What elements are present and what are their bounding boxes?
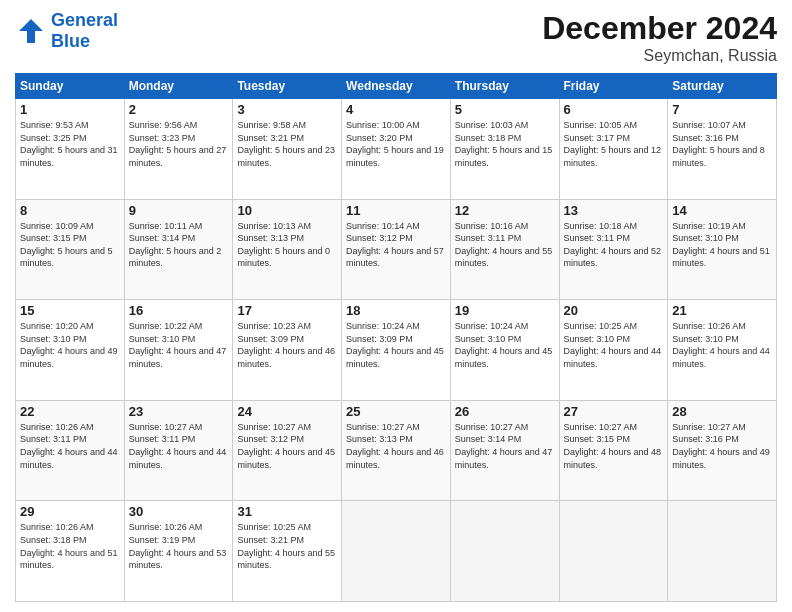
day-detail: Sunrise: 10:27 AMSunset: 3:14 PMDaylight…: [455, 421, 555, 471]
day-number: 15: [20, 303, 120, 318]
table-row: 24Sunrise: 10:27 AMSunset: 3:12 PMDaylig…: [233, 400, 342, 501]
col-sunday: Sunday: [16, 74, 125, 99]
calendar-week-row: 29Sunrise: 10:26 AMSunset: 3:18 PMDaylig…: [16, 501, 777, 602]
table-row: 9Sunrise: 10:11 AMSunset: 3:14 PMDayligh…: [124, 199, 233, 300]
table-row: 6Sunrise: 10:05 AMSunset: 3:17 PMDayligh…: [559, 99, 668, 200]
calendar-title: December 2024: [542, 10, 777, 47]
table-row: 13Sunrise: 10:18 AMSunset: 3:11 PMDaylig…: [559, 199, 668, 300]
table-row: 28Sunrise: 10:27 AMSunset: 3:16 PMDaylig…: [668, 400, 777, 501]
day-number: 20: [564, 303, 664, 318]
day-number: 8: [20, 203, 120, 218]
table-row: 12Sunrise: 10:16 AMSunset: 3:11 PMDaylig…: [450, 199, 559, 300]
table-row: 22Sunrise: 10:26 AMSunset: 3:11 PMDaylig…: [16, 400, 125, 501]
day-detail: Sunrise: 9:53 AMSunset: 3:25 PMDaylight:…: [20, 119, 120, 169]
day-number: 7: [672, 102, 772, 117]
day-number: 13: [564, 203, 664, 218]
day-detail: Sunrise: 9:58 AMSunset: 3:21 PMDaylight:…: [237, 119, 337, 169]
day-detail: Sunrise: 10:27 AMSunset: 3:12 PMDaylight…: [237, 421, 337, 471]
day-number: 24: [237, 404, 337, 419]
day-number: 18: [346, 303, 446, 318]
day-detail: Sunrise: 10:09 AMSunset: 3:15 PMDaylight…: [20, 220, 120, 270]
day-number: 27: [564, 404, 664, 419]
day-detail: Sunrise: 10:27 AMSunset: 3:16 PMDaylight…: [672, 421, 772, 471]
day-detail: Sunrise: 10:26 AMSunset: 3:11 PMDaylight…: [20, 421, 120, 471]
calendar-week-row: 1Sunrise: 9:53 AMSunset: 3:25 PMDaylight…: [16, 99, 777, 200]
day-detail: Sunrise: 10:00 AMSunset: 3:20 PMDaylight…: [346, 119, 446, 169]
svg-marker-0: [19, 19, 43, 43]
day-number: 21: [672, 303, 772, 318]
table-row: 30Sunrise: 10:26 AMSunset: 3:19 PMDaylig…: [124, 501, 233, 602]
table-row: 31Sunrise: 10:25 AMSunset: 3:21 PMDaylig…: [233, 501, 342, 602]
day-detail: Sunrise: 9:56 AMSunset: 3:23 PMDaylight:…: [129, 119, 229, 169]
logo-text-block: General Blue: [51, 10, 118, 52]
day-detail: Sunrise: 10:19 AMSunset: 3:10 PMDaylight…: [672, 220, 772, 270]
day-number: 14: [672, 203, 772, 218]
table-row: 26Sunrise: 10:27 AMSunset: 3:14 PMDaylig…: [450, 400, 559, 501]
header: General Blue December 2024 Seymchan, Rus…: [15, 10, 777, 65]
day-number: 10: [237, 203, 337, 218]
table-row: 14Sunrise: 10:19 AMSunset: 3:10 PMDaylig…: [668, 199, 777, 300]
day-detail: Sunrise: 10:14 AMSunset: 3:12 PMDaylight…: [346, 220, 446, 270]
col-saturday: Saturday: [668, 74, 777, 99]
table-row: 23Sunrise: 10:27 AMSunset: 3:11 PMDaylig…: [124, 400, 233, 501]
day-number: 23: [129, 404, 229, 419]
day-detail: Sunrise: 10:27 AMSunset: 3:15 PMDaylight…: [564, 421, 664, 471]
table-row: [668, 501, 777, 602]
day-detail: Sunrise: 10:26 AMSunset: 3:18 PMDaylight…: [20, 521, 120, 571]
day-detail: Sunrise: 10:22 AMSunset: 3:10 PMDaylight…: [129, 320, 229, 370]
day-detail: Sunrise: 10:11 AMSunset: 3:14 PMDaylight…: [129, 220, 229, 270]
day-detail: Sunrise: 10:20 AMSunset: 3:10 PMDaylight…: [20, 320, 120, 370]
day-number: 31: [237, 504, 337, 519]
table-row: 16Sunrise: 10:22 AMSunset: 3:10 PMDaylig…: [124, 300, 233, 401]
day-number: 6: [564, 102, 664, 117]
day-detail: Sunrise: 10:24 AMSunset: 3:09 PMDaylight…: [346, 320, 446, 370]
table-row: 19Sunrise: 10:24 AMSunset: 3:10 PMDaylig…: [450, 300, 559, 401]
day-number: 22: [20, 404, 120, 419]
table-row: 8Sunrise: 10:09 AMSunset: 3:15 PMDayligh…: [16, 199, 125, 300]
col-tuesday: Tuesday: [233, 74, 342, 99]
table-row: 4Sunrise: 10:00 AMSunset: 3:20 PMDayligh…: [342, 99, 451, 200]
logo-general: General: [51, 10, 118, 31]
logo-blue: Blue: [51, 31, 90, 52]
table-row: 10Sunrise: 10:13 AMSunset: 3:13 PMDaylig…: [233, 199, 342, 300]
day-detail: Sunrise: 10:05 AMSunset: 3:17 PMDaylight…: [564, 119, 664, 169]
col-friday: Friday: [559, 74, 668, 99]
table-row: 21Sunrise: 10:26 AMSunset: 3:10 PMDaylig…: [668, 300, 777, 401]
table-row: 18Sunrise: 10:24 AMSunset: 3:09 PMDaylig…: [342, 300, 451, 401]
day-number: 26: [455, 404, 555, 419]
table-row: 2Sunrise: 9:56 AMSunset: 3:23 PMDaylight…: [124, 99, 233, 200]
day-number: 29: [20, 504, 120, 519]
day-number: 11: [346, 203, 446, 218]
day-number: 2: [129, 102, 229, 117]
calendar-week-row: 8Sunrise: 10:09 AMSunset: 3:15 PMDayligh…: [16, 199, 777, 300]
day-number: 5: [455, 102, 555, 117]
table-row: 15Sunrise: 10:20 AMSunset: 3:10 PMDaylig…: [16, 300, 125, 401]
day-detail: Sunrise: 10:13 AMSunset: 3:13 PMDaylight…: [237, 220, 337, 270]
day-number: 30: [129, 504, 229, 519]
calendar-table: Sunday Monday Tuesday Wednesday Thursday…: [15, 73, 777, 602]
table-row: [450, 501, 559, 602]
col-thursday: Thursday: [450, 74, 559, 99]
day-detail: Sunrise: 10:03 AMSunset: 3:18 PMDaylight…: [455, 119, 555, 169]
table-row: 11Sunrise: 10:14 AMSunset: 3:12 PMDaylig…: [342, 199, 451, 300]
day-detail: Sunrise: 10:23 AMSunset: 3:09 PMDaylight…: [237, 320, 337, 370]
table-row: [342, 501, 451, 602]
table-row: 5Sunrise: 10:03 AMSunset: 3:18 PMDayligh…: [450, 99, 559, 200]
table-row: 7Sunrise: 10:07 AMSunset: 3:16 PMDayligh…: [668, 99, 777, 200]
day-detail: Sunrise: 10:27 AMSunset: 3:11 PMDaylight…: [129, 421, 229, 471]
day-detail: Sunrise: 10:24 AMSunset: 3:10 PMDaylight…: [455, 320, 555, 370]
day-number: 19: [455, 303, 555, 318]
day-number: 25: [346, 404, 446, 419]
day-detail: Sunrise: 10:07 AMSunset: 3:16 PMDaylight…: [672, 119, 772, 169]
logo-icon: [15, 15, 47, 47]
day-number: 4: [346, 102, 446, 117]
calendar-week-row: 15Sunrise: 10:20 AMSunset: 3:10 PMDaylig…: [16, 300, 777, 401]
day-number: 3: [237, 102, 337, 117]
col-monday: Monday: [124, 74, 233, 99]
day-detail: Sunrise: 10:18 AMSunset: 3:11 PMDaylight…: [564, 220, 664, 270]
day-detail: Sunrise: 10:26 AMSunset: 3:10 PMDaylight…: [672, 320, 772, 370]
title-block: December 2024 Seymchan, Russia: [542, 10, 777, 65]
table-row: 27Sunrise: 10:27 AMSunset: 3:15 PMDaylig…: [559, 400, 668, 501]
table-row: 1Sunrise: 9:53 AMSunset: 3:25 PMDaylight…: [16, 99, 125, 200]
calendar-subtitle: Seymchan, Russia: [542, 47, 777, 65]
